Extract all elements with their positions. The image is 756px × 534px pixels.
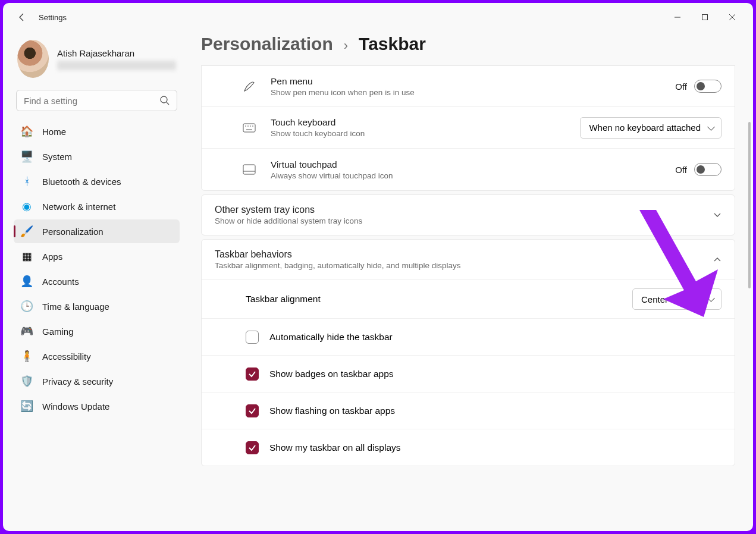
system-tray-group: Pen menuShow pen menu icon when pen is i… bbox=[201, 65, 735, 191]
autohide-checkbox[interactable] bbox=[246, 331, 259, 344]
badges-checkbox[interactable] bbox=[246, 367, 259, 381]
taskbar-behaviors-section: Taskbar behaviorsTaskbar alignment, badg… bbox=[201, 239, 735, 466]
bluetooth-icon: ᚼ bbox=[21, 175, 33, 187]
alignment-dropdown[interactable]: Center bbox=[632, 288, 722, 310]
row-title: Virtual touchpad bbox=[271, 159, 675, 170]
sidebar-item-gaming[interactable]: 🎮Gaming bbox=[14, 319, 180, 343]
svg-point-2 bbox=[161, 96, 167, 103]
row-autohide[interactable]: Automatically hide the taskbar bbox=[202, 318, 735, 355]
system-icon: 🖥️ bbox=[21, 150, 33, 162]
check-icon bbox=[248, 444, 256, 452]
chevron-down-icon bbox=[713, 211, 722, 219]
row-flashing[interactable]: Show flashing on taskbar apps bbox=[202, 392, 735, 429]
row-alignment: Taskbar alignment Center bbox=[202, 279, 735, 318]
chevron-up-icon bbox=[713, 256, 722, 264]
clock-icon: 🕒 bbox=[21, 300, 33, 312]
settings-window: Settings Atish Rajasekharan 🏠Home 🖥️Sy bbox=[3, 3, 753, 531]
svg-rect-4 bbox=[243, 124, 255, 132]
breadcrumb-parent[interactable]: Personalization bbox=[201, 34, 333, 54]
close-button[interactable] bbox=[719, 8, 746, 27]
window-controls bbox=[664, 8, 746, 27]
toggle-state: Off bbox=[675, 81, 687, 92]
person-icon: 👤 bbox=[21, 275, 33, 287]
home-icon: 🏠 bbox=[21, 125, 33, 137]
check-icon bbox=[248, 407, 256, 415]
row-title: Pen menu bbox=[271, 76, 675, 87]
flashing-checkbox[interactable] bbox=[246, 404, 259, 417]
sidebar-item-accounts[interactable]: 👤Accounts bbox=[14, 269, 180, 293]
setting-label: Show flashing on taskbar apps bbox=[269, 406, 722, 416]
setting-label: Taskbar alignment bbox=[246, 294, 632, 304]
touch-keyboard-dropdown[interactable]: When no keyboard attached bbox=[580, 117, 722, 139]
check-icon bbox=[248, 370, 256, 378]
row-title: Touch keyboard bbox=[271, 117, 580, 128]
vtouchpad-toggle[interactable] bbox=[694, 163, 722, 176]
setting-label: Show my taskbar on all displays bbox=[269, 442, 722, 453]
back-arrow-icon bbox=[17, 12, 27, 22]
section-sub: Show or hide additional system tray icon… bbox=[215, 216, 713, 225]
sidebar-item-time[interactable]: 🕒Time & language bbox=[14, 294, 180, 318]
section-title: Other system tray icons bbox=[215, 205, 713, 215]
gamepad-icon: 🎮 bbox=[21, 325, 33, 337]
app-title: Settings bbox=[39, 13, 67, 22]
sidebar-item-apps[interactable]: ▦Apps bbox=[14, 244, 180, 268]
maximize-button[interactable] bbox=[691, 8, 719, 27]
pen-icon bbox=[237, 80, 261, 93]
breadcrumb-current: Taskbar bbox=[359, 34, 426, 54]
shield-icon: 🛡️ bbox=[21, 375, 33, 387]
update-icon: 🔄 bbox=[21, 400, 33, 412]
main-content: Personalization › Taskbar Pen menuShow p… bbox=[184, 32, 753, 531]
accessibility-icon: 🧍 bbox=[21, 350, 33, 362]
search-icon bbox=[159, 95, 170, 106]
toggle-state: Off bbox=[675, 165, 687, 175]
other-tray-expander[interactable]: Other system tray iconsShow or hide addi… bbox=[201, 194, 735, 235]
section-sub: Taskbar alignment, badging, automaticall… bbox=[215, 261, 713, 270]
apps-icon: ▦ bbox=[21, 250, 33, 262]
minimize-icon bbox=[674, 14, 681, 21]
pen-toggle[interactable] bbox=[694, 80, 722, 93]
sidebar-item-system[interactable]: 🖥️System bbox=[14, 145, 180, 168]
chevron-right-icon: › bbox=[344, 38, 348, 54]
close-icon bbox=[729, 14, 736, 21]
row-sub: Show touch keyboard icon bbox=[271, 129, 580, 138]
sidebar-item-privacy[interactable]: 🛡️Privacy & security bbox=[14, 369, 180, 393]
sidebar-item-bluetooth[interactable]: ᚼBluetooth & devices bbox=[14, 169, 180, 193]
scrollbar[interactable] bbox=[748, 51, 751, 407]
alldisplays-checkbox[interactable] bbox=[246, 441, 259, 454]
maximize-icon bbox=[701, 14, 708, 21]
nav-list: 🏠Home 🖥️System ᚼBluetooth & devices ◉Net… bbox=[14, 120, 180, 418]
touchpad-icon bbox=[237, 164, 261, 175]
scrollbar-thumb[interactable] bbox=[748, 122, 751, 288]
titlebar: Settings bbox=[3, 3, 753, 32]
sidebar-item-update[interactable]: 🔄Windows Update bbox=[14, 394, 180, 418]
row-alldisplays[interactable]: Show my taskbar on all displays bbox=[202, 429, 735, 466]
sidebar-item-home[interactable]: 🏠Home bbox=[14, 120, 180, 143]
setting-label: Show badges on taskbar apps bbox=[269, 369, 722, 379]
breadcrumb: Personalization › Taskbar bbox=[201, 34, 735, 54]
row-sub: Always show virtual touchpad icon bbox=[271, 171, 675, 180]
minimize-button[interactable] bbox=[664, 8, 691, 27]
row-badges[interactable]: Show badges on taskbar apps bbox=[202, 355, 735, 392]
section-title: Taskbar behaviors bbox=[215, 249, 713, 260]
brush-icon: 🖌️ bbox=[21, 225, 33, 237]
row-touch-keyboard: Touch keyboardShow touch keyboard icon W… bbox=[202, 107, 735, 149]
avatar bbox=[17, 40, 49, 78]
svg-rect-1 bbox=[702, 15, 708, 20]
profile-name: Atish Rajasekharan bbox=[57, 48, 176, 58]
wifi-icon: ◉ bbox=[21, 200, 33, 212]
search-wrap bbox=[16, 90, 177, 111]
row-sub: Show pen menu icon when pen is in use bbox=[271, 88, 675, 97]
profile-section[interactable]: Atish Rajasekharan bbox=[14, 32, 180, 90]
profile-email-blurred bbox=[57, 61, 176, 70]
setting-label: Automatically hide the taskbar bbox=[269, 332, 722, 343]
keyboard-icon bbox=[237, 123, 261, 133]
search-input[interactable] bbox=[16, 90, 177, 111]
sidebar-item-network[interactable]: ◉Network & internet bbox=[14, 194, 180, 218]
taskbar-behaviors-header[interactable]: Taskbar behaviorsTaskbar alignment, badg… bbox=[202, 240, 735, 279]
sidebar-item-accessibility[interactable]: 🧍Accessibility bbox=[14, 344, 180, 368]
back-button[interactable] bbox=[10, 5, 34, 29]
sidebar: Atish Rajasekharan 🏠Home 🖥️System ᚼBluet… bbox=[3, 32, 184, 531]
svg-line-3 bbox=[167, 102, 169, 105]
row-pen-menu: Pen menuShow pen menu icon when pen is i… bbox=[202, 65, 735, 107]
sidebar-item-personalization[interactable]: 🖌️Personalization bbox=[14, 219, 180, 243]
